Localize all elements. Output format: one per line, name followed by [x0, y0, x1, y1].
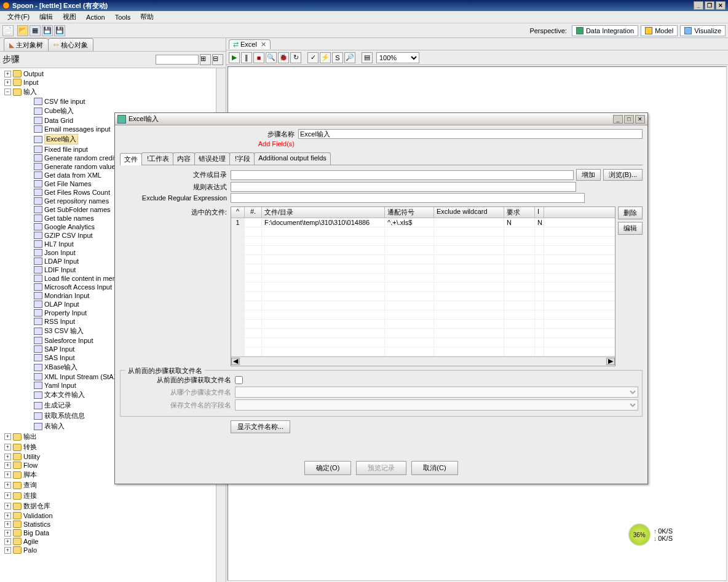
regex-input[interactable]: [231, 182, 576, 192]
verify-button[interactable]: ✓: [307, 52, 318, 63]
step-filter-input[interactable]: [156, 55, 199, 65]
menu-edit[interactable]: 编辑: [34, 11, 58, 23]
perspective-data-integration[interactable]: Data Integration: [572, 25, 638, 36]
run-button[interactable]: ▶: [229, 52, 240, 63]
tree-folder[interactable]: +Output: [0, 69, 226, 78]
transformation-tab[interactable]: ⇄ Excel ✕: [229, 39, 271, 49]
from-step-checkbox[interactable]: [235, 376, 243, 384]
debug-button[interactable]: 🐞: [278, 52, 289, 63]
explore-db-button[interactable]: 🔎: [344, 52, 355, 63]
save-button[interactable]: 💾: [42, 25, 53, 36]
toggle-icon[interactable]: +: [4, 444, 11, 450]
tree-folder[interactable]: +Input: [0, 78, 226, 87]
steps-label: 步骤: [2, 54, 20, 65]
toggle-icon[interactable]: +: [4, 482, 11, 489]
tab-core-objects[interactable]: ✏核心对象: [48, 38, 93, 51]
step-name-input[interactable]: [298, 129, 643, 139]
pause-button[interactable]: ‖: [241, 52, 252, 63]
show-results-button[interactable]: ▤: [362, 52, 373, 63]
replay-button[interactable]: ↻: [290, 52, 301, 63]
step-icon: [34, 412, 42, 420]
impact-button[interactable]: ⚡: [320, 52, 331, 63]
tab-file[interactable]: 文件: [120, 153, 142, 165]
add-fields-link[interactable]: Add Field(s): [120, 140, 298, 147]
saveas-button[interactable]: 💾: [54, 25, 65, 36]
open-button[interactable]: 📂: [17, 25, 28, 36]
step-icon: [34, 373, 42, 380]
menu-view[interactable]: 视图: [58, 11, 81, 23]
dialog-minimize-button[interactable]: _: [613, 115, 623, 124]
perspective-visualize[interactable]: Visualize: [680, 25, 726, 36]
preview-button[interactable]: 预览记录: [356, 461, 406, 475]
tab-sheets[interactable]: !工作表: [141, 152, 173, 165]
step-icon: [34, 318, 42, 325]
toggle-icon[interactable]: +: [4, 530, 11, 537]
tree-leaf[interactable]: CSV file input: [0, 97, 226, 106]
tree-folder[interactable]: +数据仓库: [0, 501, 226, 511]
menu-help[interactable]: 帮助: [135, 11, 159, 23]
ok-button[interactable]: 确定(O): [304, 461, 351, 475]
step-icon: [34, 309, 42, 317]
explore-button[interactable]: ▦: [30, 25, 41, 36]
tab-main-tree[interactable]: ◣主对象树: [4, 38, 49, 51]
tree-folder[interactable]: +Validation: [0, 511, 226, 520]
restore-button[interactable]: ❐: [705, 1, 714, 10]
toggle-icon[interactable]: +: [4, 462, 11, 469]
tree-folder[interactable]: +Statistics: [0, 520, 226, 529]
selected-files-table[interactable]: ^ #. 文件/目录 通配符号 Exclude wildcard 要求 I 1 …: [231, 206, 615, 366]
tab-additional[interactable]: Additional output fields: [254, 152, 331, 165]
stop-button[interactable]: ■: [253, 52, 264, 63]
expand-all-button[interactable]: ⊞: [200, 54, 211, 65]
toggle-icon[interactable]: +: [4, 79, 11, 86]
tree-folder[interactable]: +Agile: [0, 537, 226, 546]
edit-button[interactable]: 编辑: [618, 222, 643, 235]
exclude-regex-input[interactable]: [231, 193, 585, 203]
toggle-icon[interactable]: +: [4, 547, 11, 554]
dialog-title-text: Excel输入: [129, 114, 159, 124]
toggle-icon[interactable]: +: [4, 521, 11, 528]
window-title: Spoon - [kettle] Excel (有变动): [12, 1, 108, 10]
menu-file[interactable]: 文件(F): [2, 11, 34, 23]
dialog-close-button[interactable]: ✕: [635, 115, 645, 124]
excel-icon: [117, 115, 126, 124]
collapse-all-button[interactable]: ⊟: [212, 54, 223, 65]
dialog-maximize-button[interactable]: □: [624, 115, 634, 124]
toggle-icon[interactable]: +: [4, 454, 11, 460]
show-filenames-button[interactable]: 显示文件名称...: [231, 420, 290, 433]
close-tab-icon[interactable]: ✕: [261, 41, 266, 49]
preview-button[interactable]: 🔍: [266, 52, 277, 63]
step-icon: [34, 108, 42, 115]
menu-tools[interactable]: Tools: [110, 12, 136, 22]
new-button[interactable]: 📄: [2, 25, 14, 36]
close-button[interactable]: ✕: [716, 1, 726, 10]
toggle-icon[interactable]: +: [4, 71, 11, 77]
toggle-icon[interactable]: +: [4, 433, 11, 440]
toggle-icon[interactable]: +: [4, 503, 11, 509]
tree-folder[interactable]: −输入: [0, 87, 226, 97]
toggle-icon[interactable]: +: [4, 471, 11, 478]
tree-folder[interactable]: +Big Data: [0, 529, 226, 537]
cancel-button[interactable]: 取消(C): [411, 461, 457, 475]
tab-error[interactable]: 错误处理: [194, 152, 230, 165]
dialog-titlebar[interactable]: Excel输入 _ □ ✕: [115, 113, 647, 125]
file-or-dir-input[interactable]: [231, 170, 574, 180]
perspective-model[interactable]: Model: [641, 25, 678, 36]
step-icon: [34, 345, 42, 353]
minimize-button[interactable]: _: [694, 1, 703, 10]
tree-folder[interactable]: +Palo: [0, 546, 226, 554]
toggle-icon[interactable]: +: [4, 492, 11, 499]
tab-fields[interactable]: !字段: [229, 152, 255, 165]
delete-button[interactable]: 删除: [618, 206, 643, 219]
table-row[interactable]: 1 F:\document\temp\310\310\014886 ^.+\.x…: [231, 218, 615, 227]
toggle-icon[interactable]: +: [4, 513, 11, 519]
zoom-select[interactable]: 100%: [376, 52, 419, 63]
toggle-icon[interactable]: +: [4, 538, 11, 545]
browse-button[interactable]: 浏览(B)...: [603, 169, 643, 181]
menu-action[interactable]: Action: [81, 12, 110, 22]
tree-folder[interactable]: +连接: [0, 490, 226, 501]
add-button[interactable]: 增加: [576, 169, 601, 181]
sql-button[interactable]: S: [332, 52, 343, 63]
horizontal-scrollbar[interactable]: ◀▶: [231, 356, 615, 365]
tab-content[interactable]: 内容: [173, 152, 195, 165]
toggle-icon[interactable]: −: [4, 88, 11, 95]
